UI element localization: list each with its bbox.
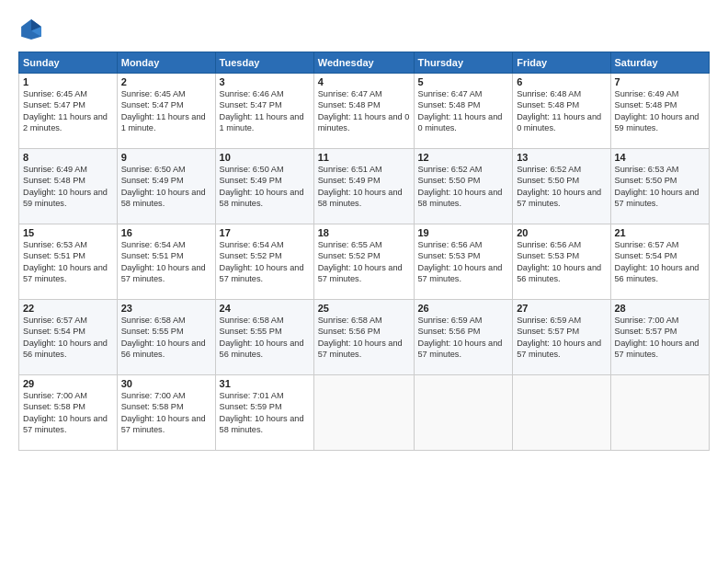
day-info: Sunrise: 6:53 AMSunset: 5:51 PMDaylight:…	[23, 240, 108, 283]
day-info: Sunrise: 6:47 AMSunset: 5:48 PMDaylight:…	[418, 89, 503, 132]
calendar-cell: 24 Sunrise: 6:58 AMSunset: 5:55 PMDaylig…	[215, 300, 313, 375]
day-info: Sunrise: 6:52 AMSunset: 5:50 PMDaylight:…	[517, 165, 601, 208]
day-info: Sunrise: 6:50 AMSunset: 5:49 PMDaylight:…	[121, 165, 206, 208]
calendar-cell	[513, 375, 610, 451]
calendar-cell: 19 Sunrise: 6:56 AMSunset: 5:53 PMDaylig…	[414, 224, 513, 300]
day-info: Sunrise: 6:59 AMSunset: 5:56 PMDaylight:…	[418, 316, 503, 359]
day-info: Sunrise: 6:56 AMSunset: 5:53 PMDaylight:…	[418, 240, 503, 283]
calendar-week-5: 29 Sunrise: 7:00 AMSunset: 5:58 PMDaylig…	[19, 375, 710, 451]
day-number: 10	[220, 152, 310, 163]
day-number: 2	[121, 76, 211, 87]
calendar-cell: 3 Sunrise: 6:46 AMSunset: 5:47 PMDayligh…	[215, 74, 313, 149]
day-info: Sunrise: 6:54 AMSunset: 5:52 PMDaylight:…	[220, 240, 304, 283]
weekday-header-tuesday: Tuesday	[215, 52, 313, 74]
calendar-cell: 14 Sunrise: 6:53 AMSunset: 5:50 PMDaylig…	[610, 149, 710, 224]
day-info: Sunrise: 6:55 AMSunset: 5:52 PMDaylight:…	[318, 240, 403, 283]
calendar-cell: 18 Sunrise: 6:55 AMSunset: 5:52 PMDaylig…	[313, 224, 414, 300]
calendar-cell: 10 Sunrise: 6:50 AMSunset: 5:49 PMDaylig…	[215, 149, 313, 224]
calendar-cell: 4 Sunrise: 6:47 AMSunset: 5:48 PMDayligh…	[313, 74, 414, 149]
day-number: 19	[418, 227, 509, 238]
weekday-header-sunday: Sunday	[19, 52, 118, 74]
day-number: 29	[23, 378, 113, 389]
day-info: Sunrise: 6:58 AMSunset: 5:55 PMDaylight:…	[121, 316, 206, 359]
weekday-header-wednesday: Wednesday	[313, 52, 414, 74]
calendar-cell: 27 Sunrise: 6:59 AMSunset: 5:57 PMDaylig…	[513, 300, 610, 375]
calendar-cell: 12 Sunrise: 6:52 AMSunset: 5:50 PMDaylig…	[414, 149, 513, 224]
day-number: 5	[418, 76, 509, 87]
day-info: Sunrise: 7:01 AMSunset: 5:59 PMDaylight:…	[220, 391, 304, 434]
calendar-table: SundayMondayTuesdayWednesdayThursdayFrid…	[18, 52, 710, 451]
page: SundayMondayTuesdayWednesdayThursdayFrid…	[0, 0, 728, 563]
day-number: 13	[517, 152, 606, 163]
day-number: 12	[418, 152, 509, 163]
day-number: 31	[220, 378, 310, 389]
calendar-cell: 31 Sunrise: 7:01 AMSunset: 5:59 PMDaylig…	[215, 375, 313, 451]
calendar-week-4: 22 Sunrise: 6:57 AMSunset: 5:54 PMDaylig…	[19, 300, 710, 375]
header	[18, 17, 710, 42]
day-number: 27	[517, 303, 606, 314]
day-info: Sunrise: 6:52 AMSunset: 5:50 PMDaylight:…	[418, 165, 503, 208]
day-info: Sunrise: 6:57 AMSunset: 5:54 PMDaylight:…	[615, 240, 700, 283]
calendar-cell: 23 Sunrise: 6:58 AMSunset: 5:55 PMDaylig…	[117, 300, 215, 375]
day-number: 23	[121, 303, 211, 314]
day-number: 3	[220, 76, 310, 87]
calendar-cell: 8 Sunrise: 6:49 AMSunset: 5:48 PMDayligh…	[19, 149, 118, 224]
day-number: 15	[23, 227, 113, 238]
day-info: Sunrise: 7:00 AMSunset: 5:57 PMDaylight:…	[615, 316, 700, 359]
calendar-cell: 26 Sunrise: 6:59 AMSunset: 5:56 PMDaylig…	[414, 300, 513, 375]
day-number: 4	[318, 76, 410, 87]
weekday-header-thursday: Thursday	[414, 52, 513, 74]
day-info: Sunrise: 6:46 AMSunset: 5:47 PMDaylight:…	[220, 89, 304, 132]
calendar-cell: 2 Sunrise: 6:45 AMSunset: 5:47 PMDayligh…	[117, 74, 215, 149]
day-info: Sunrise: 6:45 AMSunset: 5:47 PMDaylight:…	[23, 89, 108, 132]
day-number: 7	[615, 76, 706, 87]
day-info: Sunrise: 6:58 AMSunset: 5:56 PMDaylight:…	[318, 316, 403, 359]
day-number: 6	[517, 76, 606, 87]
calendar-cell: 1 Sunrise: 6:45 AMSunset: 5:47 PMDayligh…	[19, 74, 118, 149]
logo	[18, 17, 50, 42]
day-number: 28	[615, 303, 706, 314]
day-info: Sunrise: 6:58 AMSunset: 5:55 PMDaylight:…	[220, 316, 304, 359]
calendar-cell: 29 Sunrise: 7:00 AMSunset: 5:58 PMDaylig…	[19, 375, 118, 451]
calendar-cell	[610, 375, 710, 451]
day-info: Sunrise: 6:57 AMSunset: 5:54 PMDaylight:…	[23, 316, 108, 359]
day-info: Sunrise: 7:00 AMSunset: 5:58 PMDaylight:…	[23, 391, 108, 434]
day-info: Sunrise: 6:51 AMSunset: 5:49 PMDaylight:…	[318, 165, 403, 208]
calendar-cell: 5 Sunrise: 6:47 AMSunset: 5:48 PMDayligh…	[414, 74, 513, 149]
day-info: Sunrise: 6:54 AMSunset: 5:51 PMDaylight:…	[121, 240, 206, 283]
calendar-week-3: 15 Sunrise: 6:53 AMSunset: 5:51 PMDaylig…	[19, 224, 710, 300]
calendar-cell: 20 Sunrise: 6:56 AMSunset: 5:53 PMDaylig…	[513, 224, 610, 300]
calendar-cell: 21 Sunrise: 6:57 AMSunset: 5:54 PMDaylig…	[610, 224, 710, 300]
calendar-cell: 7 Sunrise: 6:49 AMSunset: 5:48 PMDayligh…	[610, 74, 710, 149]
calendar-header-row: SundayMondayTuesdayWednesdayThursdayFrid…	[19, 52, 710, 74]
calendar-week-1: 1 Sunrise: 6:45 AMSunset: 5:47 PMDayligh…	[19, 74, 710, 149]
day-number: 18	[318, 227, 410, 238]
calendar-cell	[313, 375, 414, 451]
day-info: Sunrise: 6:45 AMSunset: 5:47 PMDaylight:…	[121, 89, 206, 132]
calendar-cell: 22 Sunrise: 6:57 AMSunset: 5:54 PMDaylig…	[19, 300, 118, 375]
day-number: 17	[220, 227, 310, 238]
calendar-cell: 30 Sunrise: 7:00 AMSunset: 5:58 PMDaylig…	[117, 375, 215, 451]
calendar-cell: 11 Sunrise: 6:51 AMSunset: 5:49 PMDaylig…	[313, 149, 414, 224]
day-info: Sunrise: 6:49 AMSunset: 5:48 PMDaylight:…	[615, 89, 700, 132]
calendar-cell: 15 Sunrise: 6:53 AMSunset: 5:51 PMDaylig…	[19, 224, 118, 300]
day-info: Sunrise: 6:53 AMSunset: 5:50 PMDaylight:…	[615, 165, 700, 208]
calendar-cell: 6 Sunrise: 6:48 AMSunset: 5:48 PMDayligh…	[513, 74, 610, 149]
day-number: 14	[615, 152, 706, 163]
weekday-header-friday: Friday	[513, 52, 610, 74]
calendar-cell: 16 Sunrise: 6:54 AMSunset: 5:51 PMDaylig…	[117, 224, 215, 300]
calendar-week-2: 8 Sunrise: 6:49 AMSunset: 5:48 PMDayligh…	[19, 149, 710, 224]
calendar-cell: 17 Sunrise: 6:54 AMSunset: 5:52 PMDaylig…	[215, 224, 313, 300]
weekday-header-monday: Monday	[117, 52, 215, 74]
weekday-header-saturday: Saturday	[610, 52, 710, 74]
day-info: Sunrise: 6:59 AMSunset: 5:57 PMDaylight:…	[517, 316, 601, 359]
day-info: Sunrise: 7:00 AMSunset: 5:58 PMDaylight:…	[121, 391, 206, 434]
calendar-cell: 9 Sunrise: 6:50 AMSunset: 5:49 PMDayligh…	[117, 149, 215, 224]
day-number: 21	[615, 227, 706, 238]
day-number: 1	[23, 76, 113, 87]
day-number: 20	[517, 227, 606, 238]
day-number: 24	[220, 303, 310, 314]
day-number: 22	[23, 303, 113, 314]
logo-icon	[18, 17, 44, 42]
day-info: Sunrise: 6:50 AMSunset: 5:49 PMDaylight:…	[220, 165, 304, 208]
